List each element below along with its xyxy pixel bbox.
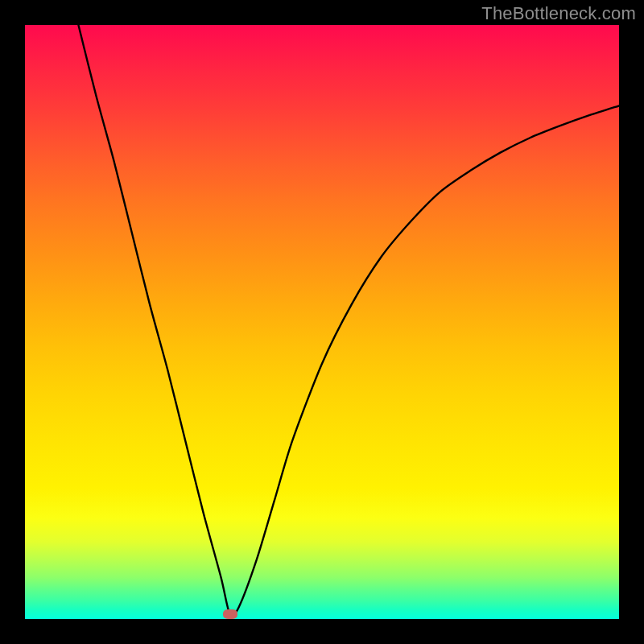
curve-layer [25, 25, 619, 619]
plot-area [25, 25, 619, 619]
bottleneck-curve [78, 25, 619, 616]
watermark-text: TheBottleneck.com [481, 3, 636, 24]
minimum-marker [223, 609, 237, 619]
chart-container: TheBottleneck.com [0, 0, 644, 644]
